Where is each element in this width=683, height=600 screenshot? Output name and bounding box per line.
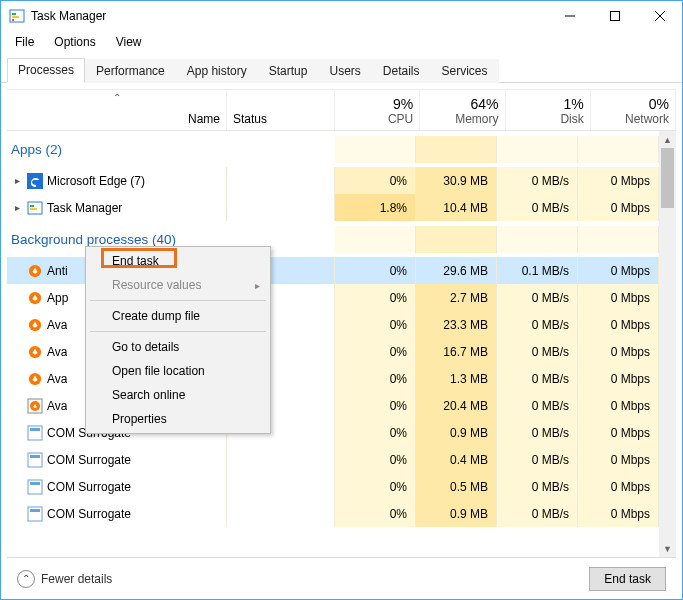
ctx-separator	[90, 300, 266, 301]
ctx-search-online[interactable]: Search online	[88, 383, 268, 407]
svg-rect-20	[30, 428, 40, 431]
col-mem-label: Memory	[455, 112, 498, 126]
ctx-go-to-details-label: Go to details	[112, 340, 179, 354]
edge-icon	[27, 173, 43, 189]
com-icon	[27, 425, 43, 441]
process-memory: 1.3 MB	[416, 365, 497, 392]
process-name: Ava	[47, 318, 67, 332]
process-memory: 0.5 MB	[416, 473, 497, 500]
scroll-track[interactable]	[659, 148, 676, 540]
sort-caret-icon: ⌃	[113, 92, 121, 103]
maximize-button[interactable]	[592, 1, 637, 31]
avast-icon	[27, 290, 43, 306]
svg-rect-11	[30, 208, 37, 210]
col-disk-label: Disk	[560, 112, 583, 126]
col-header-status[interactable]: Status	[227, 90, 335, 130]
process-memory: 0.9 MB	[416, 500, 497, 527]
process-row[interactable]: COM Surrogate 0% 0.5 MB 0 MB/s 0 Mbps	[7, 473, 659, 500]
col-header-network[interactable]: 0% Network	[591, 90, 676, 130]
window-title: Task Manager	[31, 9, 547, 23]
process-disk: 0 MB/s	[497, 194, 578, 221]
process-row[interactable]: COM Surrogate 0% 0.4 MB 0 MB/s 0 Mbps	[7, 446, 659, 473]
end-task-button[interactable]: End task	[589, 567, 666, 591]
process-cpu: 0%	[335, 419, 416, 446]
ctx-open-file-location[interactable]: Open file location	[88, 359, 268, 383]
group-header[interactable]: Apps (2)	[7, 131, 659, 167]
process-row[interactable]: COM Surrogate 0% 0.9 MB 0 MB/s 0 Mbps	[7, 500, 659, 527]
fewer-details-button[interactable]: ⌃ Fewer details	[17, 570, 112, 588]
task-manager-window: Task Manager File Options View Processes…	[0, 0, 683, 600]
svg-rect-24	[30, 482, 40, 485]
process-cpu: 0%	[335, 167, 416, 194]
menu-file[interactable]: File	[7, 33, 42, 51]
svg-rect-22	[30, 455, 40, 458]
ctx-create-dump-label: Create dump file	[112, 309, 200, 323]
process-name: Ava	[47, 372, 67, 386]
ctx-resource-values[interactable]: Resource values▸	[88, 273, 268, 297]
process-cpu: 0%	[335, 338, 416, 365]
tab-startup[interactable]: Startup	[258, 59, 319, 83]
vertical-scrollbar[interactable]: ▲ ▼	[659, 131, 676, 557]
process-network: 0 Mbps	[578, 311, 659, 338]
col-net-label: Network	[625, 112, 669, 126]
process-row[interactable]: ▸Microsoft Edge (7) 0% 30.9 MB 0 MB/s 0 …	[7, 167, 659, 194]
group-label: Background processes (40)	[11, 232, 176, 247]
process-name: Ava	[47, 345, 67, 359]
col-header-cpu[interactable]: 9% CPU	[335, 90, 420, 130]
expand-icon[interactable]: ▸	[11, 175, 23, 186]
tab-performance[interactable]: Performance	[85, 59, 176, 83]
process-row[interactable]: ▸Task Manager 1.8% 10.4 MB 0 MB/s 0 Mbps	[7, 194, 659, 221]
ctx-end-task[interactable]: End task	[88, 249, 268, 273]
tab-app-history[interactable]: App history	[176, 59, 258, 83]
tab-details[interactable]: Details	[372, 59, 431, 83]
col-cpu-pct: 9%	[393, 96, 413, 112]
col-header-name[interactable]: ⌃ Name	[7, 90, 227, 130]
process-network: 0 Mbps	[578, 338, 659, 365]
process-disk: 0 MB/s	[497, 284, 578, 311]
avastbox-icon	[27, 398, 43, 414]
process-cpu: 1.8%	[335, 194, 416, 221]
expand-icon[interactable]: ▸	[11, 202, 23, 213]
com-icon	[27, 452, 43, 468]
process-disk: 0 MB/s	[497, 392, 578, 419]
process-disk: 0 MB/s	[497, 473, 578, 500]
process-network: 0 Mbps	[578, 167, 659, 194]
ctx-properties[interactable]: Properties	[88, 407, 268, 431]
process-disk: 0 MB/s	[497, 365, 578, 392]
menu-options[interactable]: Options	[46, 33, 103, 51]
process-network: 0 Mbps	[578, 257, 659, 284]
col-header-disk[interactable]: 1% Disk	[506, 90, 591, 130]
svg-rect-3	[12, 19, 14, 21]
scroll-down-button[interactable]: ▼	[659, 540, 676, 557]
ctx-separator	[90, 331, 266, 332]
col-mem-pct: 64%	[470, 96, 498, 112]
tab-processes[interactable]: Processes	[7, 58, 85, 83]
close-button[interactable]	[637, 1, 682, 31]
process-name: Anti	[47, 264, 68, 278]
process-network: 0 Mbps	[578, 194, 659, 221]
scroll-thumb[interactable]	[661, 148, 674, 208]
process-network: 0 Mbps	[578, 284, 659, 311]
task-manager-icon	[9, 8, 25, 24]
menu-view[interactable]: View	[108, 33, 150, 51]
process-network: 0 Mbps	[578, 500, 659, 527]
context-menu: End task Resource values▸ Create dump fi…	[85, 246, 271, 434]
ctx-open-file-location-label: Open file location	[112, 364, 205, 378]
process-name: Microsoft Edge (7)	[47, 174, 145, 188]
col-header-memory[interactable]: 64% Memory	[420, 90, 505, 130]
process-name: App	[47, 291, 68, 305]
tab-users[interactable]: Users	[318, 59, 371, 83]
scroll-up-button[interactable]: ▲	[659, 131, 676, 148]
tab-services[interactable]: Services	[431, 59, 499, 83]
process-cpu: 0%	[335, 392, 416, 419]
minimize-button[interactable]	[547, 1, 592, 31]
process-disk: 0 MB/s	[497, 419, 578, 446]
process-network: 0 Mbps	[578, 419, 659, 446]
title-bar[interactable]: Task Manager	[1, 1, 682, 31]
ctx-create-dump[interactable]: Create dump file	[88, 304, 268, 328]
svg-rect-1	[12, 13, 16, 15]
process-memory: 20.4 MB	[416, 392, 497, 419]
avast-icon	[27, 317, 43, 333]
ctx-go-to-details[interactable]: Go to details	[88, 335, 268, 359]
process-memory: 2.7 MB	[416, 284, 497, 311]
